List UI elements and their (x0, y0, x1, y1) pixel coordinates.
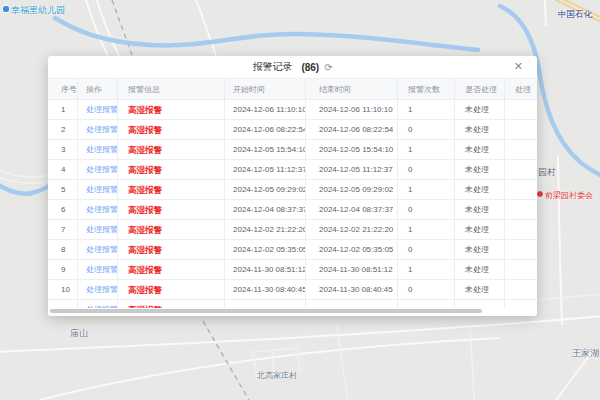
cell-status: 未处理 (455, 140, 505, 160)
cell-alarm-count (398, 300, 455, 308)
alarm-type-label: 高湿报警 (118, 280, 225, 300)
cell-start-time: 2024-12-05 09:29:02 (225, 180, 306, 200)
cell-alarm-count: 0 (398, 280, 455, 300)
map-label-sinopec: 中国石化 (558, 10, 592, 19)
cell-start-time: 2024-12-06 11:10:10 (225, 100, 306, 120)
modal-header: 报警记录 (86) ⟳ ✕ (48, 56, 537, 78)
alarm-type-label: 高湿报警 (118, 260, 225, 280)
cell-alarm-count: 1 (398, 140, 455, 160)
cell-end-time: 2024-12-04 08:37:37 (306, 200, 398, 220)
cell-alarm-count: 0 (398, 240, 455, 260)
table-row: 处理报警 高湿报警 (48, 300, 537, 308)
cell-alarm-count: 1 (398, 180, 455, 200)
cell-status: 未处理 (455, 220, 505, 240)
handle-alarm-link[interactable]: 处理报警 (78, 240, 118, 260)
alarm-type-label: 高湿报警 (118, 180, 225, 200)
cell-seq (48, 300, 78, 308)
cell-seq: 10 (48, 280, 78, 300)
table-row: 4 处理报警 高湿报警 2024-12-05 11:12:37 2024-12-… (48, 160, 537, 180)
map-label-qianliangyuan-committee: 前梁园村委会 (545, 192, 593, 200)
alarm-type-label: 高湿报警 (118, 160, 225, 180)
table-row: 6 处理报警 高湿报警 2024-12-04 08:37:37 2024-12-… (48, 200, 537, 220)
map-label-kindergarten: 幸福里幼儿园 (11, 6, 65, 15)
cell-seq: 9 (48, 260, 78, 280)
table-header-row: 序号 操作 报警信息 开始时间 结束时间 报警次数 是否处理 处理 (48, 78, 537, 100)
cell-handle (505, 180, 537, 200)
handle-alarm-link[interactable]: 处理报警 (78, 300, 118, 308)
cell-handle (505, 120, 537, 140)
cell-start-time: 2024-11-30 08:51:12 (225, 260, 306, 280)
handle-alarm-link[interactable]: 处理报警 (78, 160, 118, 180)
handle-alarm-link[interactable]: 处理报警 (78, 220, 118, 240)
cell-handle (505, 300, 537, 308)
table-row: 10 处理报警 高湿报警 2024-11-30 08:40:45 2024-11… (48, 280, 537, 300)
cell-start-time: 2024-12-05 11:12:37 (225, 160, 306, 180)
cell-handle (505, 260, 537, 280)
cell-end-time: 2024-12-06 11:10:10 (306, 100, 398, 120)
handle-alarm-link[interactable]: 处理报警 (78, 100, 118, 120)
cell-seq: 6 (48, 200, 78, 220)
table-row: 8 处理报警 高湿报警 2024-12-02 05:35:05 2024-12-… (48, 240, 537, 260)
cell-handle (505, 240, 537, 260)
cell-seq: 4 (48, 160, 78, 180)
alarm-type-label: 高湿报警 (118, 200, 225, 220)
handle-alarm-link[interactable]: 处理报警 (78, 180, 118, 200)
map-label-miaoshan: 庙山 (70, 329, 88, 338)
map-label-wangjiahu: 王家湖 (572, 349, 599, 358)
table-body: 1 处理报警 高湿报警 2024-12-06 11:10:10 2024-12-… (48, 100, 537, 308)
cell-handle (505, 100, 537, 120)
cell-handle (505, 280, 537, 300)
alarm-type-label: 高湿报警 (118, 120, 225, 140)
col-header-end: 结束时间 (306, 79, 398, 100)
handle-alarm-link[interactable]: 处理报警 (78, 260, 118, 280)
cell-status: 未处理 (455, 200, 505, 220)
col-header-status: 是否处理 (455, 79, 505, 100)
horizontal-scrollbar[interactable] (50, 309, 482, 313)
cell-start-time: 2024-12-06 08:22:54 (225, 120, 306, 140)
cell-start-time: 2024-11-30 08:40:45 (225, 280, 306, 300)
kindergarten-poi-icon (2, 5, 10, 13)
table-row: 5 处理报警 高湿报警 2024-12-05 09:29:02 2024-12-… (48, 180, 537, 200)
cell-status: 未处理 (455, 160, 505, 180)
col-header-action: 操作 (78, 79, 118, 100)
cell-status: 未处理 (455, 260, 505, 280)
cell-alarm-count: 0 (398, 120, 455, 140)
cell-start-time: 2024-12-05 15:54:10 (225, 140, 306, 160)
alarm-type-label: 高湿报警 (118, 240, 225, 260)
table-row: 2 处理报警 高湿报警 2024-12-06 08:22:54 2024-12-… (48, 120, 537, 140)
col-header-info: 报警信息 (118, 79, 225, 100)
col-header-start: 开始时间 (225, 79, 306, 100)
cell-seq: 8 (48, 240, 78, 260)
modal-title: 报警记录 (252, 60, 292, 74)
handle-alarm-link[interactable]: 处理报警 (78, 280, 118, 300)
cell-end-time: 2024-12-05 11:12:37 (306, 160, 398, 180)
cell-start-time: 2024-12-02 21:22:20 (225, 220, 306, 240)
cell-end-time: 2024-12-02 05:35:05 (306, 240, 398, 260)
alarm-count-badge: (86) (301, 62, 319, 73)
col-header-handle: 处理 (505, 79, 537, 100)
handle-alarm-link[interactable]: 处理报警 (78, 140, 118, 160)
cell-status: 未处理 (455, 100, 505, 120)
cell-seq: 2 (48, 120, 78, 140)
cell-status (455, 300, 505, 308)
refresh-icon[interactable]: ⟳ (324, 62, 332, 73)
cell-alarm-count: 0 (398, 160, 455, 180)
cell-seq: 7 (48, 220, 78, 240)
table-row: 9 处理报警 高湿报警 2024-11-30 08:51:12 2024-11-… (48, 260, 537, 280)
cell-end-time: 2024-11-30 08:40:45 (306, 280, 398, 300)
cell-end-time: 2024-12-05 09:29:02 (306, 180, 398, 200)
cell-alarm-count: 1 (398, 220, 455, 240)
handle-alarm-link[interactable]: 处理报警 (78, 200, 118, 220)
alarm-type-label: 高湿报警 (118, 300, 225, 308)
table-row: 1 处理报警 高湿报警 2024-12-06 11:10:10 2024-12-… (48, 100, 537, 120)
alarm-records-modal: 报警记录 (86) ⟳ ✕ 序号 操作 报警信息 开始时间 结束时间 报警次数 … (48, 56, 537, 316)
cell-seq: 3 (48, 140, 78, 160)
handle-alarm-link[interactable]: 处理报警 (78, 120, 118, 140)
cell-alarm-count: 1 (398, 100, 455, 120)
cell-seq: 5 (48, 180, 78, 200)
cell-end-time: 2024-12-06 08:22:54 (306, 120, 398, 140)
cell-end-time (306, 300, 398, 308)
cell-end-time: 2024-12-02 21:22:20 (306, 220, 398, 240)
cell-status: 未处理 (455, 280, 505, 300)
close-icon[interactable]: ✕ (514, 60, 523, 73)
